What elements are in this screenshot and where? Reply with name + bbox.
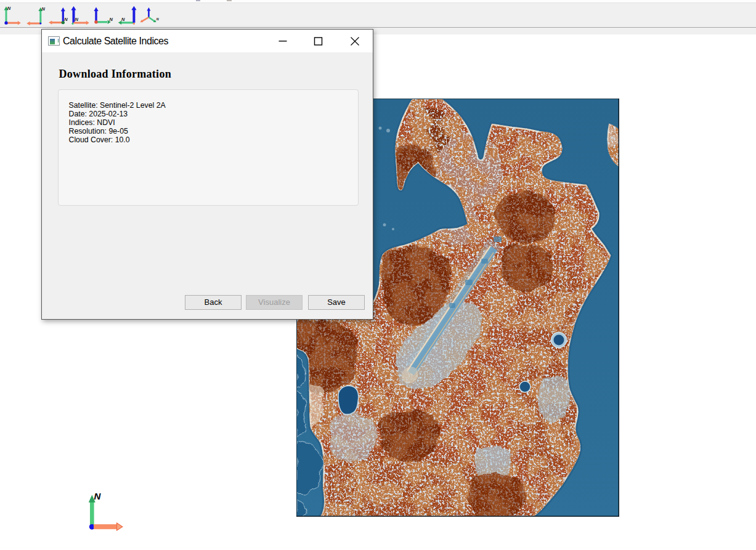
svg-text:N: N <box>7 6 11 11</box>
svg-text:N: N <box>75 17 79 22</box>
svg-text:N: N <box>42 6 46 12</box>
svg-text:N: N <box>156 17 160 21</box>
svg-text:N: N <box>64 17 68 22</box>
svg-text:N: N <box>94 491 102 501</box>
svg-text:N: N <box>121 17 125 22</box>
svg-text:N: N <box>110 17 113 22</box>
